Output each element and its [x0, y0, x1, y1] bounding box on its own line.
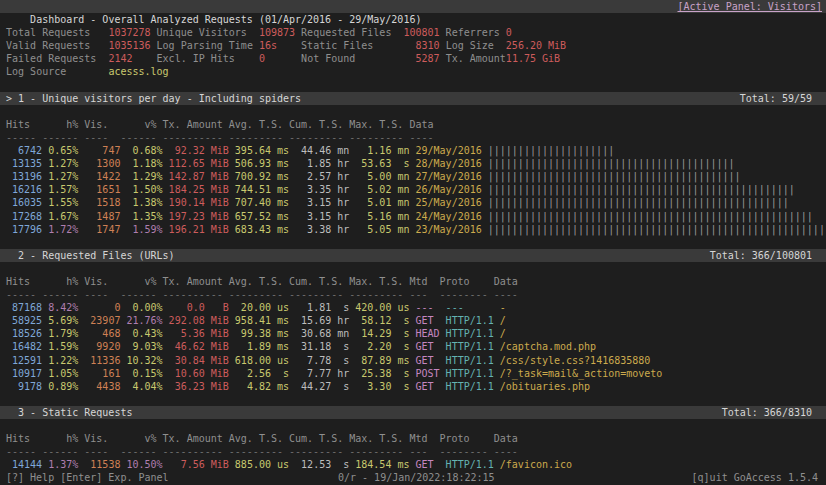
table-row[interactable]: 18526 1.79% 468 0.43% 5.36 MiB 99.38 ms …	[0, 327, 826, 340]
panel-total: Total: 366/8310	[722, 406, 812, 419]
cell-cum-ts: 31.18 s	[289, 341, 349, 352]
cell-avg-ts: 395.64 ms	[229, 145, 289, 156]
cell-max-ts: 1.16 mn	[349, 145, 409, 156]
cell-max-ts: 5.02 mn	[349, 184, 409, 195]
panel-header-requested-files[interactable]: 2 - Requested Files (URLs)Total: 366/100…	[0, 249, 826, 262]
cell-cum-ts: 12.53 s	[289, 459, 349, 470]
panel-title: 3 - Static Requests	[0, 407, 132, 418]
cell-visitors-percent: 0.68%	[120, 145, 162, 156]
cell-visitors: 747	[78, 145, 120, 156]
table-row[interactable]: 16216 1.57% 1651 1.50% 184.25 MiB 744.51…	[0, 183, 826, 196]
table-row[interactable]: 9178 0.89% 4438 4.04% 36.23 MiB 4.82 ms …	[0, 380, 826, 393]
cell-hits: 13196	[0, 171, 42, 182]
cell-method: POST	[409, 368, 439, 379]
header-separator: ----- ------ ---- ------ ---------- ----…	[0, 288, 826, 301]
cell-visitors-percent: 0.43%	[120, 328, 162, 339]
cell-visitors: 23907	[78, 315, 120, 326]
summary-label: Unique Visitors	[157, 27, 247, 38]
cell-cum-ts: 7.77 hr	[289, 368, 349, 379]
table-row[interactable]: 58925 5.69% 23907 21.76% 292.08 MiB 958.…	[0, 314, 826, 327]
summary-label: Total Requests	[6, 27, 90, 38]
cell-hits: 14144	[0, 459, 42, 470]
cell-hits: 9178	[0, 381, 42, 392]
cell-method: HEAD	[409, 328, 439, 339]
spacer	[265, 53, 301, 64]
summary-value: 256.20 MiB	[506, 40, 566, 51]
cell-hits: 16482	[0, 341, 42, 352]
header-separator: ----- ------ ---- ------ ---------- ----…	[0, 445, 826, 458]
cell-avg-ts: 618.00 us	[229, 355, 289, 366]
cell-visitors: 1651	[78, 184, 120, 195]
cell-hits-percent: 1.27%	[42, 171, 78, 182]
cell-date: 23/May/2016	[409, 224, 481, 235]
table-row[interactable]: 16035 1.55% 1518 1.38% 190.14 MiB 707.40…	[0, 196, 826, 209]
cell-cum-ts: 30.68 mn	[289, 328, 349, 339]
column-headers: Hits h% Vis. v% Tx. Amount Avg. T.S. Cum…	[0, 432, 826, 445]
spacer	[66, 66, 108, 77]
footer-status: 0/r - 19/Jan/2022:18:22:15	[338, 471, 495, 484]
table-row[interactable]: 13135 1.27% 1300 1.18% 112.65 MiB 506.93…	[0, 157, 826, 170]
cell-url: /	[494, 315, 506, 326]
cell-hits: 13135	[0, 158, 42, 169]
blank-line	[0, 13, 826, 26]
cell-protocol: HTTP/1.1	[440, 368, 494, 379]
summary-value: 1037278	[108, 27, 150, 38]
table-row[interactable]: 16482 1.59% 9920 9.03% 46.62 MiB 1.89 ms…	[0, 340, 826, 353]
cell-visitors-percent: 1.59%	[120, 224, 162, 235]
cell-cum-ts: 3.15 hr	[289, 211, 349, 222]
spacer	[132, 53, 156, 64]
table-row[interactable]: 87168 8.42% 0 0.00% 0.0 B 20.00 us 1.81 …	[0, 301, 826, 314]
cell-visitors: 1747	[78, 224, 120, 235]
cell-avg-ts: 744.51 ms	[229, 184, 289, 195]
footer-help-hint: [?] Help [Enter] Exp. Panel	[6, 471, 169, 484]
blank-line	[0, 79, 826, 92]
cell-visitors: 1422	[78, 171, 120, 182]
table-row[interactable]: 12591 1.22% 11336 10.32% 30.84 MiB 618.0…	[0, 354, 826, 367]
cell-visitors-percent: 4.04%	[120, 381, 162, 392]
cell-hits: 12591	[0, 355, 42, 366]
footer-quit-hint: [q]uit GoAccess 1.5.4	[692, 471, 818, 484]
panel-header-static-requests[interactable]: 3 - Static RequestsTotal: 366/8310	[0, 406, 826, 419]
table-row[interactable]: 13196 1.27% 1422 1.29% 142.87 MiB 700.92…	[0, 170, 826, 183]
summary-value: 100801	[403, 27, 439, 38]
cell-cum-ts: 3.38 hr	[289, 224, 349, 235]
cell-url: /captcha.mod.php	[494, 341, 596, 352]
cell-method: GET	[409, 341, 439, 352]
cell-protocol: HTTP/1.1	[440, 315, 494, 326]
cell-hits-percent: 5.69%	[42, 315, 78, 326]
table-row[interactable]: 17268 1.67% 1487 1.35% 197.23 MiB 657.52…	[0, 210, 826, 223]
blank-line	[0, 262, 826, 275]
cell-protocol: HTTP/1.1	[440, 381, 494, 392]
cell-hits-percent: 1.22%	[42, 355, 78, 366]
summary-label: Referrers	[446, 27, 500, 38]
cell-bar-chart: ||||||||||||||||||||||||||||||||||||||||…	[482, 224, 825, 235]
cell-url: /	[494, 328, 506, 339]
cell-date: 26/May/2016	[409, 184, 481, 195]
cell-cum-ts: 1.81 s	[289, 302, 349, 313]
panel-header-unique-visitors[interactable]: > 1 - Unique visitors per day - Includin…	[0, 92, 826, 105]
cell-cum-ts: 2.57 hr	[289, 171, 349, 182]
cell-protocol: HTTP/1.1	[440, 355, 494, 366]
blank-line	[0, 236, 826, 249]
blank-line	[0, 393, 826, 406]
column-header-text: Hits h% Vis. v% Tx. Amount Avg. T.S. Cum…	[0, 119, 433, 130]
cell-method: GET	[409, 459, 439, 470]
cell-method: GET	[409, 355, 439, 366]
panel-static-requests: 3 - Static RequestsTotal: 366/8310 Hits …	[0, 393, 826, 472]
table-row[interactable]: 10917 1.05% 161 0.15% 10.60 MiB 2.56 s 7…	[0, 367, 826, 380]
table-row[interactable]: 17796 1.72% 1747 1.59% 196.21 MiB 683.43…	[0, 223, 826, 236]
cell-visitors: 4438	[78, 381, 120, 392]
cell-url: /?_task=mail&_action=moveto	[494, 368, 663, 379]
cell-avg-ts: 885.00 us	[229, 459, 289, 470]
cell-visitors: 1300	[78, 158, 120, 169]
cell-visitors: 11538	[78, 459, 120, 470]
cell-method: GET	[409, 315, 439, 326]
column-headers: Hits h% Vis. v% Tx. Amount Avg. T.S. Cum…	[0, 118, 826, 131]
cell-visitors-percent: 0.15%	[120, 368, 162, 379]
table-row[interactable]: 6742 0.65% 747 0.68% 92.32 MiB 395.64 ms…	[0, 144, 826, 157]
summary-value: 5287	[416, 53, 440, 64]
table-row[interactable]: 14144 1.37% 11538 10.50% 7.56 MiB 885.00…	[0, 458, 826, 471]
panel-title: 2 - Requested Files (URLs)	[0, 250, 175, 261]
cell-date: 29/May/2016	[409, 145, 481, 156]
cell-visitors: 0	[78, 302, 120, 313]
